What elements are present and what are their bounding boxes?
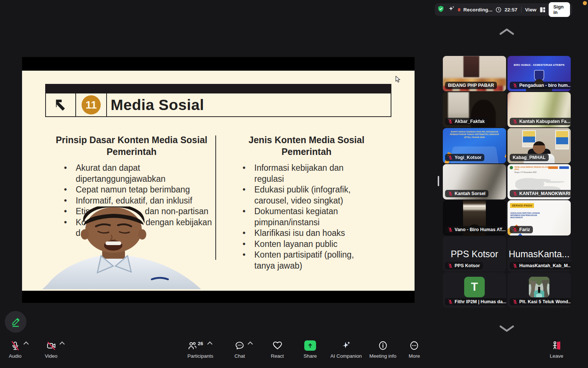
participant-tile[interactable]: RAPAT KERJA DAERAH DAN PELAKSANAAN PENDA… xyxy=(443,128,506,163)
muted-mic-icon xyxy=(448,191,453,196)
slide-title: Media Sosial xyxy=(107,93,391,116)
slide-number-badge: 11 xyxy=(82,95,101,114)
participant-name-label: Akbar_Fakfak xyxy=(445,118,488,125)
pencil-icon xyxy=(10,316,21,328)
tile-slide-subcaption: Bogor, 5-7 Desember 2024 xyxy=(514,171,559,173)
leave-button[interactable]: Leave xyxy=(550,340,563,359)
view-button[interactable]: View xyxy=(525,7,537,13)
recording-label: Recording... xyxy=(463,7,492,13)
muted-mic-icon xyxy=(448,299,453,304)
muted-mic-icon xyxy=(513,263,517,268)
participant-tile[interactable]: BIDANG PHP PABAR xyxy=(443,56,506,91)
mouse-cursor xyxy=(395,76,401,85)
annotate-button[interactable] xyxy=(5,311,26,333)
participant-grid: BIDANG PHP PABAR BIRO HUMAS - KEMENTERIA… xyxy=(443,56,571,308)
participant-tile[interactable]: PENILAIAN INDEKS PENGELOLAAN ASET (IPA) … xyxy=(508,164,571,199)
participants-options-chevron[interactable] xyxy=(207,342,212,347)
participant-tile[interactable]: PPS Kotsor PPS Kotsor xyxy=(443,236,506,272)
participant-tile[interactable]: BIRO HUMAS - KEMENTERIAN ATR/BPN Pengadu… xyxy=(508,56,571,91)
participant-tile[interactable]: HumasKanta... HumasKantah_Kab_M... xyxy=(508,236,571,272)
panel-collapse-up-chevron[interactable] xyxy=(499,28,514,37)
participant-tile[interactable]: Kantah Kabupaten Fa... xyxy=(508,92,571,127)
participant-name-label: Plt. Kasi 5 Teluk Wond... xyxy=(510,298,571,305)
video-button[interactable]: Video xyxy=(45,340,57,359)
meeting-info-button[interactable]: Meeting info xyxy=(369,340,397,359)
meeting-timer: 22:57 xyxy=(505,7,517,13)
participant-tile[interactable]: T Fithr IP2M | Humas da... xyxy=(443,272,506,308)
muted-mic-icon xyxy=(513,191,517,196)
chat-button[interactable]: Chat xyxy=(234,340,245,359)
participant-tile[interactable]: SERASI-PADU SOSIALISASI SEPUTAR LAYANAN … xyxy=(508,200,571,236)
bullet-item: Dokumentasi kegiatan pimpinan/instansi xyxy=(240,206,369,228)
sign-in-button[interactable]: Sign in xyxy=(549,2,570,17)
participants-icon: 26 xyxy=(187,340,213,351)
participant-name-label: Yogi_Kotsor xyxy=(445,154,484,161)
panel-scrollbar[interactable] xyxy=(438,176,439,186)
participant-name-label: Vano - Biro Humas AT... xyxy=(445,226,506,233)
chat-icon xyxy=(234,340,245,351)
share-screen-button[interactable]: Share xyxy=(304,340,317,359)
muted-mic-icon xyxy=(513,83,517,88)
participant-name-label: BIDANG PHP PABAR xyxy=(445,82,497,89)
bullet-item: Informatif, edukatif, dan inklusif xyxy=(61,195,193,206)
bullet-item: Akurat dan dapat dipertanggungjawabkan xyxy=(61,163,193,184)
ai-sparkle-icon xyxy=(341,340,352,351)
muted-mic-icon xyxy=(448,119,453,124)
participant-tile[interactable]: Plt. Kasi 5 Teluk Wond... xyxy=(508,272,571,308)
tile-slide-caption: SERASI-PADU xyxy=(510,203,534,208)
view-layout-icon[interactable] xyxy=(539,7,546,13)
bullet-item: Edukasi publik (infografik, carousel, vi… xyxy=(240,184,369,206)
muted-mic-icon xyxy=(448,227,453,232)
video-options-chevron[interactable] xyxy=(60,342,65,347)
participant-name-label: KANTAH_MANOKWARI xyxy=(510,190,571,197)
participant-tile[interactable]: Vano - Biro Humas AT... xyxy=(443,200,506,236)
audio-button[interactable]: Audio xyxy=(9,340,22,359)
column-divider xyxy=(215,135,216,260)
chat-options-chevron[interactable] xyxy=(248,342,253,347)
avatar-photo xyxy=(529,277,549,297)
react-button[interactable]: React xyxy=(271,340,284,359)
bullet-item: Cepat namun tetap berimbang xyxy=(61,184,193,195)
shield-icon xyxy=(437,5,445,14)
presenter-webcam-overlay xyxy=(42,206,206,289)
muted-mic-icon xyxy=(513,119,517,124)
tile-logo xyxy=(510,166,513,169)
participant-tile-active-speaker[interactable]: Kabag_PMHAL xyxy=(508,128,571,163)
recording-dot xyxy=(458,8,460,11)
avatar: T xyxy=(464,277,485,297)
clock-icon xyxy=(495,7,502,13)
muted-mic-icon xyxy=(513,299,517,304)
meeting-topbar: Recording... 22:57 View Sign in xyxy=(435,3,572,16)
leave-door-icon xyxy=(551,340,562,351)
tile-slide-caption: PENILAIAN INDEKS PENGELOLAAN ASET (IPA) xyxy=(514,166,559,170)
participant-name-label: Kabag_PMHAL xyxy=(510,154,549,161)
bullet-item: Klarifikasi isu dan hoaks xyxy=(240,228,369,239)
slide-header-band xyxy=(45,84,391,93)
tile-slide-caption: RAPAT KERJA DAERAH DAN PELAKSANAAN PENDA… xyxy=(449,131,500,139)
muted-mic-icon xyxy=(448,263,453,268)
camera-off-icon xyxy=(46,340,56,351)
participant-tile[interactable]: Kantah Sorsel xyxy=(443,164,506,199)
muted-mic-icon xyxy=(448,155,453,160)
participant-name-label: Pengaduan - biro hum... xyxy=(510,82,571,89)
divider xyxy=(521,7,521,13)
participant-count-badge: 26 xyxy=(198,341,203,346)
participants-button[interactable]: 26 Participants xyxy=(187,340,214,359)
up-left-arrow-icon xyxy=(46,93,76,116)
bullet-item: Konten partisipatif (polling, tanya jawa… xyxy=(240,250,369,271)
info-icon xyxy=(378,340,388,351)
bullet-item: Konten layanan public xyxy=(240,239,369,250)
screen-record-indicator-dot xyxy=(583,1,587,5)
muted-mic-icon xyxy=(513,227,517,232)
share-icon xyxy=(304,340,316,351)
more-button[interactable]: More xyxy=(409,340,420,359)
participant-name-label: Fariz xyxy=(510,226,533,233)
tile-slide-subcaption: SOSIALISASI SEPUTAR LAYANAN INFORMASI DA… xyxy=(510,212,550,219)
audio-options-chevron[interactable] xyxy=(24,342,29,347)
ai-companion-button[interactable]: AI Companion xyxy=(330,340,362,359)
participant-tile[interactable]: Akbar_Fakfak xyxy=(443,92,506,127)
panel-collapse-down-chevron[interactable] xyxy=(499,325,514,334)
right-column-heading: Jenis Konten Media Sosial Pemerintah xyxy=(224,134,389,158)
zoom-meeting-window: Recording... 22:57 View Sign in 11 Media… xyxy=(0,0,588,368)
left-column-heading: Prinsip Dasar Konten Media Sosial Pemeri… xyxy=(54,134,209,158)
